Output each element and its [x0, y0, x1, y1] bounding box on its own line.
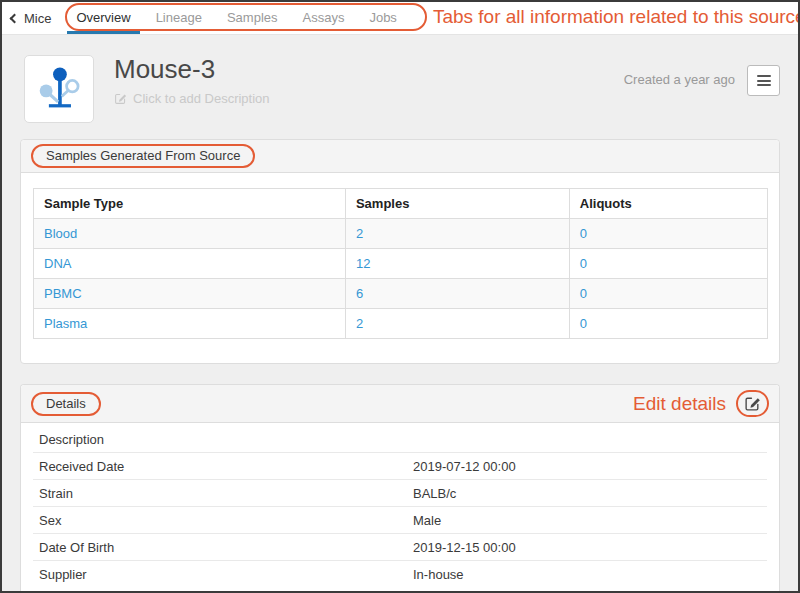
detail-value: BALB/c [413, 486, 767, 501]
samples-panel: Samples Generated From Source Sample Typ… [20, 139, 780, 364]
samples-count-link[interactable]: 2 [356, 316, 363, 331]
samples-panel-heading: Samples Generated From Source [21, 140, 779, 173]
column-header-samples: Samples [345, 189, 569, 219]
tab-overview[interactable]: Overview [67, 2, 139, 34]
tab-assays[interactable]: Assays [294, 2, 354, 34]
annotation-ellipse-details: Details [31, 392, 101, 416]
details-heading-right: Edit details [633, 390, 769, 417]
sample-type-link[interactable]: DNA [44, 256, 71, 271]
header-right-group: Created a year ago [624, 65, 780, 96]
samples-panel-body: Sample TypeSamplesAliquots Blood20DNA120… [21, 173, 779, 363]
edit-details-button[interactable] [744, 395, 761, 412]
detail-row-date-of-birth: Date Of Birth2019-12-15 00:00 [33, 534, 767, 561]
aliquots-count-link[interactable]: 0 [580, 316, 587, 331]
sample-type-link[interactable]: Plasma [44, 316, 87, 331]
table-row: DNA120 [34, 249, 768, 279]
column-header-sample-type: Sample Type [34, 189, 346, 219]
column-header-aliquots: Aliquots [569, 189, 767, 219]
detail-row-strain: StrainBALB/c [33, 480, 767, 507]
details-panel-body: DescriptionReceived Date2019-07-12 00:00… [21, 423, 779, 593]
table-row: Blood20 [34, 219, 768, 249]
detail-label: Strain [33, 486, 413, 501]
samples-table: Sample TypeSamplesAliquots Blood20DNA120… [33, 188, 768, 339]
detail-label: Sex [33, 513, 413, 528]
table-row: PBMC60 [34, 279, 768, 309]
details-panel: Details Edit details Description [20, 384, 780, 593]
pencil-edit-icon [114, 92, 127, 105]
detail-value: 2019-07-12 00:00 [413, 459, 767, 474]
detail-value: In-house [413, 567, 767, 582]
annotation-tabs-text: Tabs for all information related to this… [433, 6, 800, 31]
tab-jobs[interactable]: Jobs [360, 2, 405, 34]
samples-count-link[interactable]: 12 [356, 256, 370, 271]
chevron-left-icon [10, 13, 20, 23]
sample-type-link[interactable]: PBMC [44, 286, 82, 301]
samples-panel-title: Samples Generated From Source [46, 148, 240, 163]
detail-row-supplier: SupplierIn-house [33, 561, 767, 588]
top-tab-bar: Mice OverviewLineageSamplesAssaysJobs Ta… [2, 2, 798, 35]
created-timestamp: Created a year ago [624, 72, 735, 87]
annotation-ellipse-samples: Samples Generated From Source [31, 144, 255, 168]
aliquots-count-link[interactable]: 0 [580, 226, 587, 241]
sample-type-link[interactable]: Blood [44, 226, 77, 241]
detail-label: Supplier [33, 567, 413, 582]
aliquots-count-link[interactable]: 0 [580, 286, 587, 301]
app-window: Mice OverviewLineageSamplesAssaysJobs Ta… [0, 0, 800, 593]
detail-label: Description [33, 432, 413, 447]
annotation-edit-details-text: Edit details [633, 393, 726, 415]
tab-samples[interactable]: Samples [218, 2, 287, 34]
detail-row-description: Description [33, 426, 767, 453]
detail-label: Received Date [33, 459, 413, 474]
source-lineage-icon [24, 55, 94, 123]
tab-lineage[interactable]: Lineage [147, 2, 211, 34]
source-title-block: Mouse-3 Click to add Description [114, 55, 624, 106]
aliquots-count-link[interactable]: 0 [580, 256, 587, 271]
detail-label: Date Of Birth [33, 540, 413, 555]
table-row: Plasma20 [34, 309, 768, 339]
details-panel-heading: Details Edit details [21, 385, 779, 423]
add-description-label: Click to add Description [133, 91, 270, 106]
samples-count-link[interactable]: 6 [356, 286, 363, 301]
annotation-ellipse-edit-icon [736, 390, 769, 417]
details-panel-title: Details [46, 396, 86, 411]
tab-bar: OverviewLineageSamplesAssaysJobs [67, 2, 412, 34]
back-link-mice[interactable]: Mice [2, 2, 63, 34]
page-title: Mouse-3 [114, 55, 624, 84]
samples-count-link[interactable]: 2 [356, 226, 363, 241]
back-label: Mice [24, 11, 51, 26]
source-header: Mouse-3 Click to add Description Created… [2, 35, 798, 139]
detail-value: 2019-12-15 00:00 [413, 540, 767, 555]
detail-value: Male [413, 513, 767, 528]
pencil-square-icon [744, 395, 761, 412]
detail-row-received-date: Received Date2019-07-12 00:00 [33, 453, 767, 480]
detail-row-sex: SexMale [33, 507, 767, 534]
hamburger-menu-button[interactable] [747, 65, 780, 96]
add-description-button[interactable]: Click to add Description [114, 91, 624, 106]
hamburger-menu-icon [757, 75, 771, 77]
